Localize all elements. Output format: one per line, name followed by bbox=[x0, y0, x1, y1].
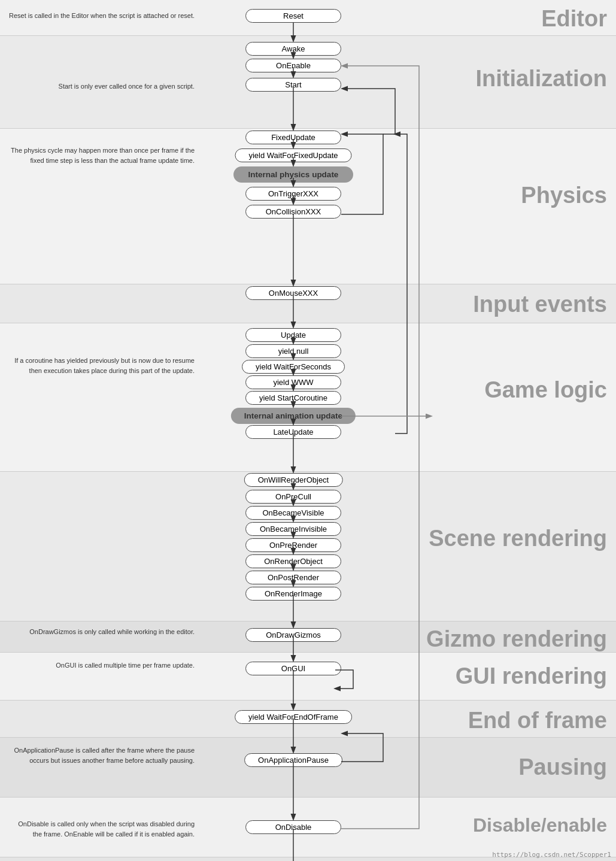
node-fixedupdate: FixedUpdate bbox=[245, 131, 341, 144]
note-coroutine: If a coroutine has yielded previously bu… bbox=[9, 356, 195, 375]
section-gamelogic-label: Game logic bbox=[484, 377, 607, 403]
section-init-label: Initialization bbox=[475, 66, 607, 92]
node-onwillrenderobject: OnWillRenderObject bbox=[244, 473, 343, 487]
node-yieldnull: yield null bbox=[245, 344, 341, 358]
node-ondrawgizmos: OnDrawGizmos bbox=[245, 628, 341, 642]
node-ongui: OnGUI bbox=[245, 662, 341, 675]
section-gui: GUI rendering bbox=[0, 653, 616, 701]
note-reset: Reset is called in the Editor when the s… bbox=[9, 11, 195, 21]
node-onpostrender: OnPostRender bbox=[245, 571, 341, 584]
node-onbecameinvisible: OnBecameInvisible bbox=[245, 522, 341, 536]
node-onapplicationpause: OnApplicationPause bbox=[244, 753, 342, 767]
section-pausing-label: Pausing bbox=[518, 754, 607, 780]
section-input-label: Input events bbox=[473, 292, 607, 317]
note-physics: The physics cycle may happen more than o… bbox=[9, 145, 195, 165]
section-endofframe-label: End of frame bbox=[468, 708, 607, 733]
node-onrenderobject: OnRenderObject bbox=[245, 554, 341, 568]
node-onprecull: OnPreCull bbox=[245, 490, 341, 504]
node-reset: Reset bbox=[245, 9, 341, 23]
node-awake: Awake bbox=[245, 42, 341, 56]
section-gui-label: GUI rendering bbox=[456, 663, 607, 689]
section-gizmo-label: Gizmo rendering bbox=[426, 626, 607, 652]
watermark: https://blog.csdn.net/Scopper1 bbox=[492, 851, 611, 859]
note-gizmo: OnDrawGizmos is only called while workin… bbox=[9, 627, 195, 637]
node-yieldwaitforendofframe: yield WaitForEndOfFrame bbox=[235, 710, 352, 724]
note-pause: OnApplicationPause is called after the f… bbox=[9, 745, 195, 765]
note-start: Start is only ever called once for a giv… bbox=[9, 81, 195, 92]
section-scenerendering-label: Scene rendering bbox=[429, 526, 607, 551]
node-waitforfixedupdate: yield WaitForFixedUpdate bbox=[235, 148, 351, 162]
diagram-container: Editor Initialization Physics Input even… bbox=[0, 0, 616, 861]
node-update: Update bbox=[245, 328, 341, 342]
section-physics-label: Physics bbox=[521, 183, 607, 208]
note-gui: OnGUI is called multiple time per frame … bbox=[9, 660, 195, 671]
node-onbecamevisible: OnBecameVisible bbox=[245, 506, 341, 520]
node-onprerender: OnPreRender bbox=[245, 538, 341, 552]
node-yieldwww: yield WWW bbox=[245, 375, 341, 389]
node-yieldwaitforseconds: yield WaitForSeconds bbox=[242, 360, 345, 374]
node-oncollisionxxx: OnCollisionXXX bbox=[245, 205, 341, 219]
note-disable: OnDisable is called only when the script… bbox=[9, 819, 195, 839]
node-internalphysics: Internal physics update bbox=[233, 166, 353, 183]
node-yieldstartcoroutine: yield StartCoroutine bbox=[245, 391, 341, 405]
section-editor-label: Editor bbox=[541, 6, 607, 32]
section-disable-label: Disable/enable bbox=[473, 814, 607, 836]
node-ondisable: OnDisable bbox=[245, 820, 341, 834]
node-lateupdate: LateUpdate bbox=[245, 425, 341, 439]
node-internalanimation: Internal animation update bbox=[231, 408, 356, 424]
node-start: Start bbox=[245, 78, 341, 92]
node-onmousexxx: OnMouseXXX bbox=[245, 286, 341, 300]
node-onenable: OnEnable bbox=[245, 59, 341, 72]
node-onrenderimage: OnRenderImage bbox=[245, 587, 341, 601]
node-ontriggerxxx: OnTriggerXXX bbox=[245, 187, 341, 201]
